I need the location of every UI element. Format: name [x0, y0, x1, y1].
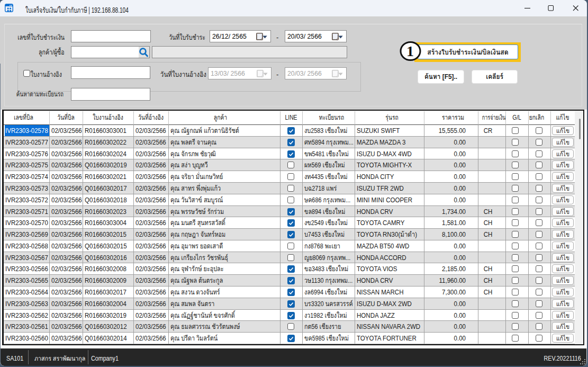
svg-text:1: 1	[406, 43, 414, 59]
